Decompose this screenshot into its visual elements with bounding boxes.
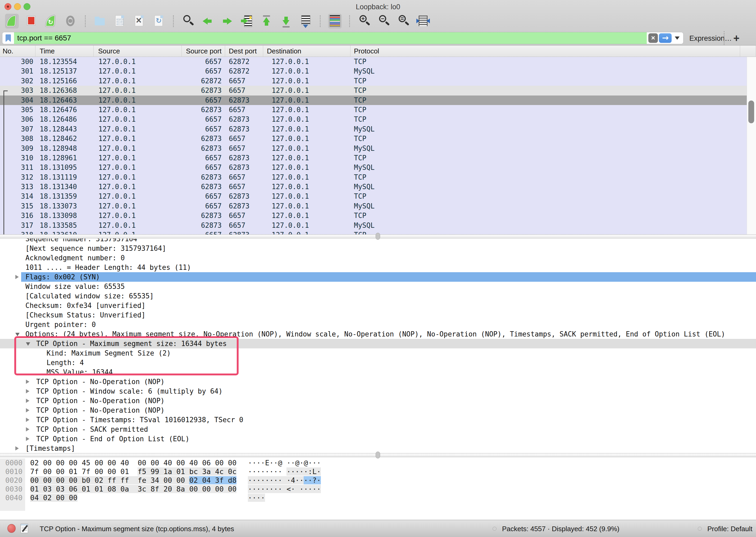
expand-closed-icon[interactable] (26, 380, 29, 384)
table-row[interactable]: 31818.133610127.0.0.1665762873127.0.0.1T… (0, 230, 747, 234)
close-capture-file-icon[interactable] (132, 14, 146, 28)
table-row[interactable]: 31418.131359127.0.0.1665762873127.0.0.1T… (0, 191, 747, 201)
filter-clear-button[interactable]: × (648, 33, 658, 43)
detail-line[interactable]: TCP Option - SACK permitted (0, 425, 756, 434)
capture-comment-icon[interactable] (20, 524, 28, 533)
table-row[interactable]: 30318.126368127.0.0.1628736657127.0.0.1T… (0, 86, 747, 95)
previous-packet-icon[interactable] (201, 14, 215, 28)
hex-row[interactable]: 000002 00 00 00 45 00 00 40 00 00 40 00 … (0, 458, 756, 467)
first-packet-icon[interactable] (259, 14, 273, 28)
detail-line[interactable]: [Checksum Status: Unverified] (0, 310, 756, 320)
table-row[interactable]: 31518.133073127.0.0.1665762873127.0.0.1M… (0, 201, 747, 211)
table-row[interactable]: 30518.126476127.0.0.1628736657127.0.0.1T… (0, 105, 747, 114)
go-to-packet-icon[interactable] (240, 14, 254, 28)
find-packet-icon[interactable] (181, 14, 195, 28)
expand-closed-icon[interactable] (26, 427, 29, 432)
detail-line[interactable]: TCP Option - Window scale: 6 (multiply b… (0, 387, 756, 396)
add-filter-button[interactable]: + (730, 31, 743, 45)
cell: 127.0.0.1 (94, 211, 182, 220)
packet-list-scrollbar-track[interactable] (747, 57, 756, 234)
detail-line[interactable]: Flags: 0x002 (SYN) (0, 272, 756, 282)
detail-line[interactable]: TCP Option - No-Operation (NOP) (0, 405, 756, 415)
expand-closed-icon[interactable] (26, 389, 29, 393)
open-capture-file-icon[interactable] (93, 14, 107, 28)
detail-line[interactable]: TCP Option - No-Operation (NOP) (0, 377, 756, 387)
detail-line[interactable]: Urgent pointer: 0 (0, 320, 756, 329)
filter-bookmark-button[interactable] (2, 32, 14, 44)
table-row[interactable]: 30118.125137127.0.0.1665762872127.0.0.1M… (0, 66, 747, 76)
zoom-in-icon[interactable] (357, 14, 371, 28)
detail-line[interactable]: [Next sequence number: 3157937164] (0, 244, 756, 253)
cell: 315 (0, 201, 35, 211)
table-row[interactable]: 31018.128961127.0.0.1665762873127.0.0.1T… (0, 153, 747, 163)
details-bytes-splitter-handle[interactable] (376, 452, 380, 458)
detail-line[interactable]: TCP Option - Timestamps: TSval 101601293… (0, 415, 756, 425)
table-row[interactable]: 30418.126463127.0.0.1665762873127.0.0.1T… (0, 96, 747, 105)
column-header-protocol[interactable]: Protocol (350, 46, 740, 57)
table-row[interactable]: 30018.123554127.0.0.1665762872127.0.0.1T… (0, 57, 747, 66)
save-capture-file-icon[interactable] (113, 14, 127, 28)
detail-line[interactable]: Window size value: 65535 (0, 282, 756, 291)
restart-capture-icon[interactable] (44, 14, 58, 28)
filter-history-dropdown-icon[interactable] (675, 36, 680, 40)
detail-line[interactable]: TCP Option - End of Option List (EOL) (0, 434, 756, 444)
zoom-reset-icon[interactable] (397, 14, 410, 28)
hex-row[interactable]: 00107f 00 00 01 7f 00 00 01 f5 99 1a 01 … (0, 467, 756, 476)
reload-capture-file-icon[interactable] (152, 14, 166, 28)
detail-line[interactable]: 1011 .... = Header Length: 44 bytes (11) (0, 263, 756, 272)
table-row[interactable]: 31118.131095127.0.0.1665762873127.0.0.1M… (0, 163, 747, 172)
column-header-source-port[interactable]: Source port (182, 46, 225, 57)
expand-closed-icon[interactable] (15, 446, 19, 450)
hex-bytes: 7f 00 00 01 7f 00 00 01 f5 99 1a 01 bc 3… (30, 467, 236, 476)
hex-row[interactable]: 002000 00 00 00 b0 02 ff ff fe 34 00 00 … (0, 476, 756, 485)
table-row[interactable]: 31718.133585127.0.0.1628736657127.0.0.1M… (0, 221, 747, 230)
conversation-indicator-line (3, 91, 4, 234)
table-row[interactable]: 30618.126486127.0.0.1665762873127.0.0.1T… (0, 114, 747, 124)
toolbar-icons (0, 14, 756, 30)
next-packet-icon[interactable] (220, 14, 234, 28)
column-header-no-[interactable]: No. (0, 46, 35, 57)
colorize-packets-icon[interactable] (328, 14, 342, 28)
column-header-dest-port[interactable]: Dest port (225, 46, 263, 57)
expand-closed-icon[interactable] (15, 275, 19, 279)
detail-line[interactable]: TCP Option - No-Operation (NOP) (0, 396, 756, 405)
column-header-source[interactable]: Source (94, 46, 182, 57)
packet-list-scrollbar-thumb[interactable] (748, 101, 754, 123)
auto-scroll-icon[interactable] (298, 14, 312, 28)
expand-closed-icon[interactable] (26, 399, 29, 403)
stop-capture-icon[interactable] (24, 14, 38, 28)
display-filter-field[interactable]: tcp.port == 6657 × → (2, 32, 684, 44)
filter-input[interactable]: tcp.port == 6657 (14, 32, 647, 44)
hex-row[interactable]: 004004 02 00 00···· (0, 493, 756, 502)
resize-columns-icon[interactable] (416, 14, 430, 28)
expand-closed-icon[interactable] (26, 418, 29, 422)
expert-info-icon[interactable] (7, 524, 16, 533)
list-details-splitter-handle[interactable] (376, 233, 380, 240)
detail-line[interactable]: Checksum: 0xfe34 [unverified] (0, 301, 756, 310)
expand-closed-icon[interactable] (26, 437, 29, 441)
cell: MySQL (350, 124, 747, 134)
zoom-out-icon[interactable] (377, 14, 391, 28)
capture-options-icon[interactable] (64, 14, 77, 28)
hex-row[interactable]: 003001 03 03 06 01 01 08 0a 3c 8f 20 8a … (0, 485, 756, 493)
table-row[interactable]: 31218.131119127.0.0.1628736657127.0.0.1T… (0, 173, 747, 182)
table-row[interactable]: 30718.128443127.0.0.1665762873127.0.0.1M… (0, 124, 747, 134)
expand-open-icon[interactable] (15, 333, 20, 336)
last-packet-icon[interactable] (279, 14, 293, 28)
status-profile[interactable]: Profile: Default (707, 520, 753, 537)
detail-line[interactable]: [Calculated window size: 65535] (0, 291, 756, 301)
table-row[interactable]: 30818.128462127.0.0.1628736657127.0.0.1T… (0, 134, 747, 144)
table-row[interactable]: 30918.128948127.0.0.1628736657127.0.0.1M… (0, 144, 747, 153)
filter-apply-button[interactable]: → (659, 33, 672, 43)
detail-line[interactable]: Acknowledgment number: 0 (0, 253, 756, 263)
table-row[interactable]: 30218.125166127.0.0.1628726657127.0.0.1T… (0, 76, 747, 86)
column-header-time[interactable]: Time (35, 46, 94, 57)
expression-button[interactable]: Expression… (689, 32, 732, 44)
table-row[interactable]: 31618.133098127.0.0.1628736657127.0.0.1T… (0, 211, 747, 220)
expand-closed-icon[interactable] (26, 408, 29, 412)
table-row[interactable]: 31318.131340127.0.0.1628736657127.0.0.1M… (0, 182, 747, 191)
column-header-destination[interactable]: Destination (263, 46, 350, 57)
start-capture-icon[interactable] (5, 14, 19, 28)
cell: 18.128462 (35, 134, 94, 144)
detail-text: TCP Option - No-Operation (NOP) (36, 397, 165, 405)
